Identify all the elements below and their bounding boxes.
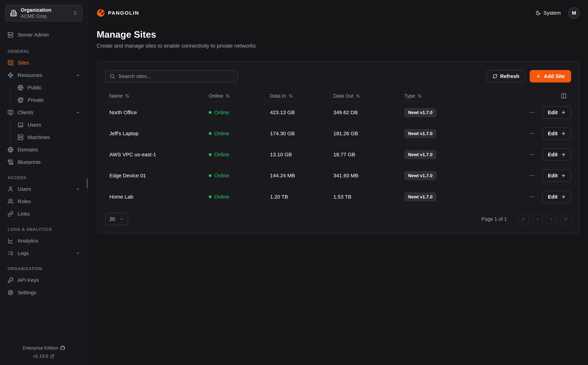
- edit-button[interactable]: Edit: [542, 191, 571, 203]
- column-header-online[interactable]: Online: [209, 93, 270, 99]
- edit-label: Edit: [548, 173, 558, 179]
- page-subtitle: Create and manage sites to enable connec…: [97, 43, 580, 49]
- sidebar-item-private[interactable]: Private: [15, 95, 82, 105]
- site-name: Edge Device 01: [105, 173, 209, 179]
- chevron-up-icon[interactable]: [76, 110, 80, 115]
- site-status: Online: [209, 173, 270, 179]
- site-name: Jeff's Laptop: [105, 131, 209, 136]
- sidebar-item-logs[interactable]: Logs: [6, 248, 82, 258]
- online-dot-icon: [209, 111, 211, 114]
- ellipsis-icon[interactable]: [529, 173, 535, 179]
- edition-line[interactable]: Enterprise Edition: [23, 345, 65, 351]
- site-type-cell: Newt v1.7.0: [404, 171, 480, 180]
- table-row: Jeff's Laptop Online 174.30 GB 181.26 GB…: [105, 123, 571, 144]
- sidebar-item-api-keys[interactable]: API Keys: [6, 275, 82, 285]
- chevron-down-icon[interactable]: [76, 187, 80, 191]
- page-header: Manage Sites Create and manage sites to …: [97, 29, 580, 49]
- sidebar-item-server-admin[interactable]: Server Admin: [6, 30, 82, 40]
- site-type-badge: Newt v1.7.0: [404, 129, 436, 138]
- site-data-out: 181.26 GB: [333, 131, 404, 136]
- sidebar-item-machines[interactable]: Machines: [15, 132, 82, 142]
- sidebar-item-sites[interactable]: Sites: [6, 58, 82, 68]
- version-label: v1.13.0: [33, 353, 48, 359]
- site-data-in: 1.20 TB: [270, 194, 333, 200]
- last-page-button[interactable]: [560, 214, 571, 225]
- row-actions: Edit: [480, 127, 571, 140]
- sidebar-item-resources[interactable]: Resources: [6, 70, 82, 80]
- monitor-up-icon: [7, 110, 14, 115]
- sort-icon: [289, 94, 293, 98]
- chevron-down-icon[interactable]: [76, 251, 80, 255]
- building-icon: [10, 10, 17, 17]
- site-name: North Office: [105, 110, 209, 115]
- site-data-in: 144.24 MB: [270, 173, 333, 179]
- laptop-icon: [18, 122, 23, 128]
- ellipsis-icon[interactable]: [529, 194, 535, 200]
- arrow-right-icon: [561, 152, 566, 157]
- sidebar-scrollbar[interactable]: [87, 179, 88, 189]
- page-size-select[interactable]: 20: [105, 213, 128, 225]
- site-name: Home Lab: [105, 194, 209, 200]
- user-avatar[interactable]: M: [568, 7, 580, 19]
- columns-icon[interactable]: [561, 93, 567, 99]
- online-dot-icon: [209, 132, 211, 135]
- brand[interactable]: PANGOLIN: [97, 9, 139, 17]
- first-page-button[interactable]: [518, 214, 529, 225]
- moon-icon: [536, 10, 541, 15]
- sidebar-item-roles[interactable]: Roles: [6, 196, 82, 207]
- edit-button[interactable]: Edit: [542, 148, 571, 161]
- pagination: Page 1 of 1: [481, 214, 571, 225]
- sidebar-item-settings[interactable]: Settings: [6, 287, 82, 298]
- site-type-cell: Newt v1.7.0: [404, 150, 480, 159]
- sidebar-item-clients[interactable]: Clients: [6, 107, 82, 118]
- pager-buttons: [518, 214, 571, 225]
- column-header-data-out[interactable]: Data Out: [333, 93, 404, 99]
- ellipsis-icon[interactable]: [529, 131, 535, 136]
- plus-icon: [536, 74, 541, 79]
- edit-button[interactable]: Edit: [542, 127, 571, 140]
- organization-selector[interactable]: Organization ACME Corp.: [5, 5, 83, 21]
- main-content: PANGOLIN System M Manage Sites Create an…: [88, 0, 588, 365]
- edit-button[interactable]: Edit: [542, 106, 571, 119]
- version-line[interactable]: v1.13.0: [33, 353, 54, 359]
- chevron-up-icon[interactable]: [76, 73, 80, 77]
- combine-icon: [7, 60, 14, 66]
- sidebar-item-users[interactable]: Users: [6, 184, 82, 194]
- page-indicator: Page 1 of 1: [481, 216, 507, 222]
- sidebar-item-analytics[interactable]: Analytics: [6, 236, 82, 246]
- sidebar-item-label: Logs: [18, 250, 29, 256]
- add-site-button[interactable]: Add Site: [530, 70, 571, 83]
- edit-label: Edit: [548, 152, 558, 157]
- sidebar-nav: Server Admin GENERAL Sites Resources Pub…: [0, 30, 88, 360]
- ellipsis-icon[interactable]: [529, 110, 535, 115]
- sidebar-item-label: Sites: [18, 60, 29, 66]
- pangolin-logo-icon: [97, 9, 105, 17]
- site-type-badge: Newt v1.7.0: [404, 150, 436, 159]
- toolbar-buttons: Refresh Add Site: [486, 70, 571, 83]
- chevrons-right-icon: [563, 217, 568, 221]
- ellipsis-icon[interactable]: [529, 152, 535, 157]
- edition-label: Enterprise Edition: [23, 345, 58, 351]
- sidebar-item-links[interactable]: Links: [6, 209, 82, 219]
- github-icon: [60, 346, 65, 351]
- section-title-general: GENERAL: [6, 49, 82, 54]
- gear-icon: [7, 290, 14, 295]
- theme-toggle[interactable]: System: [536, 10, 561, 16]
- page-size-value: 20: [109, 216, 115, 222]
- previous-page-button[interactable]: [532, 214, 543, 225]
- column-header-name[interactable]: Name: [105, 93, 209, 99]
- sidebar-item-blueprints[interactable]: Blueprints: [6, 157, 82, 167]
- column-header-type[interactable]: Type: [404, 93, 480, 99]
- online-dot-icon: [209, 196, 211, 198]
- next-page-button[interactable]: [546, 214, 557, 225]
- sidebar-item-public[interactable]: Public: [15, 83, 82, 93]
- column-header-data-in[interactable]: Data In: [270, 93, 333, 99]
- sidebar-item-client-users[interactable]: Users: [15, 120, 82, 130]
- sidebar-item-domains[interactable]: Domains: [6, 145, 82, 155]
- search-input[interactable]: [118, 73, 233, 79]
- online-dot-icon: [209, 153, 211, 156]
- edit-button[interactable]: Edit: [542, 169, 571, 182]
- chevron-left-icon: [535, 217, 540, 221]
- site-type-cell: Newt v1.7.0: [404, 129, 480, 138]
- refresh-button[interactable]: Refresh: [486, 70, 526, 83]
